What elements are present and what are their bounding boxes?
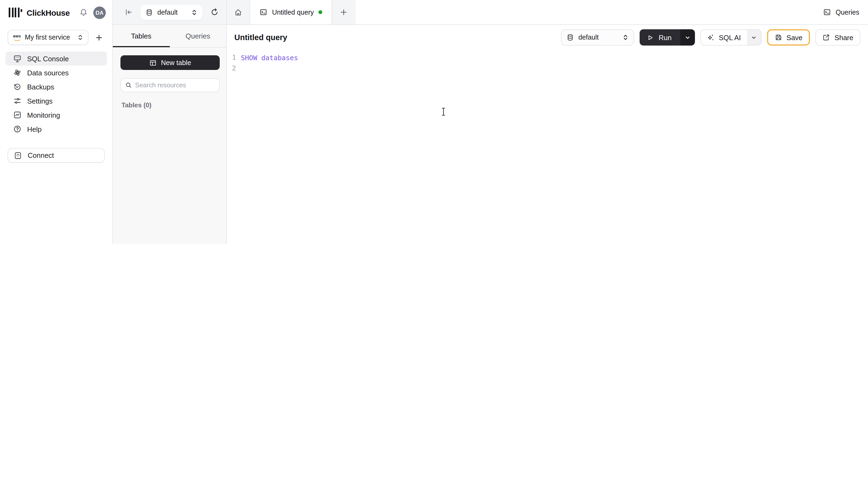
plus-icon [95, 33, 103, 41]
arrow-left-to-bar-icon [124, 8, 133, 16]
terminal-icon [259, 8, 268, 16]
sidebar-item-monitoring[interactable]: Monitoring [5, 108, 107, 122]
query-database-selector[interactable]: default [561, 29, 634, 45]
aws-icon: aws [13, 34, 21, 41]
sql-editor[interactable]: 1 SHOW databases 2 [227, 50, 868, 244]
connect-button[interactable]: Connect [8, 148, 105, 163]
topbar-database-selector[interactable]: default [141, 5, 203, 20]
chevron-down-icon [685, 34, 691, 40]
terminal-icon [823, 8, 831, 16]
sql-ai-button[interactable]: SQL AI [701, 30, 747, 45]
tab-queries[interactable]: Queries [169, 25, 226, 47]
backups-icon [13, 83, 22, 91]
run-button[interactable]: Run [640, 29, 680, 45]
sparkles-icon [707, 34, 714, 41]
sidebar-item-settings[interactable]: Settings [5, 94, 107, 108]
service-selector[interactable]: aws My first service [8, 30, 88, 45]
collapse-sidebar-button[interactable] [121, 8, 136, 16]
home-icon [234, 8, 243, 17]
chevron-updown-icon [622, 34, 629, 41]
sidebar-nav: SQL Console Data sources Backups Setting… [5, 52, 107, 136]
topbar-left-cluster: default [113, 0, 227, 24]
workspace: Untitled query default Run [227, 25, 868, 244]
service-name: My first service [25, 34, 73, 41]
query-title: Untitled query [235, 33, 556, 42]
tab-tables[interactable]: Tables [113, 25, 169, 47]
topbar-database-value: default [157, 8, 187, 16]
refresh-icon [210, 8, 218, 16]
line-number: 1 [227, 54, 241, 61]
new-tab-button[interactable] [335, 0, 351, 24]
sql-code: SHOW databases [241, 54, 298, 62]
save-icon [774, 34, 782, 41]
sidebar-item-backups[interactable]: Backups [5, 80, 107, 94]
chevron-down-icon [751, 34, 757, 40]
notifications-bell-icon[interactable] [77, 6, 90, 19]
new-table-button[interactable]: New table [120, 55, 220, 70]
clickhouse-logo[interactable]: ClickHouse [9, 8, 70, 18]
unsaved-changes-dot [318, 10, 322, 14]
save-button[interactable]: Save [767, 29, 810, 45]
connect-label: Connect [28, 151, 54, 159]
database-icon [566, 34, 574, 41]
queries-button-label: Queries [835, 8, 859, 16]
search-resources-placeholder: Search resources [135, 82, 186, 89]
sidebar-item-label: Backups [27, 83, 54, 91]
sidebar-item-label: SQL Console [27, 55, 69, 63]
sidebar-header: ClickHouse DA [0, 0, 112, 25]
play-icon [647, 34, 654, 41]
text-cursor [441, 107, 446, 116]
sql-ai-button-group: SQL AI [701, 29, 762, 45]
monitoring-icon [13, 110, 22, 119]
sql-console-icon [13, 54, 22, 63]
tab-queries-label: Queries [186, 32, 210, 40]
run-options-button[interactable] [680, 29, 695, 45]
explorer-tabs: Tables Queries [113, 25, 226, 48]
share-label: Share [835, 33, 854, 41]
connect-icon [13, 151, 22, 160]
help-icon [13, 125, 22, 133]
chevron-updown-icon [77, 34, 84, 41]
sidebar-item-label: Monitoring [27, 111, 60, 119]
topbar-right: Queries [356, 0, 868, 24]
avatar[interactable]: DA [93, 6, 106, 19]
tables-count-label: Tables (0) [122, 101, 226, 109]
sidebar-item-label: Help [27, 125, 42, 133]
queries-button[interactable]: Queries [823, 8, 859, 16]
refresh-button[interactable] [207, 8, 222, 16]
sidebar-item-sql-console[interactable]: SQL Console [5, 52, 107, 66]
editor-line: 1 SHOW databases [227, 52, 868, 63]
tab-untitled-query[interactable]: Untitled query [250, 0, 332, 24]
home-button[interactable] [230, 0, 246, 24]
editor-line: 2 [227, 63, 868, 74]
clickhouse-logo-icon [9, 8, 22, 18]
sidebar-item-label: Data sources [27, 69, 69, 77]
run-label: Run [659, 33, 672, 41]
tab-label: Untitled query [272, 8, 314, 16]
sql-ai-options-button[interactable] [747, 30, 761, 45]
explorer-panel: Tables Queries New table Search resource… [113, 25, 227, 244]
brand-name: ClickHouse [27, 8, 70, 17]
sidebar-item-data-sources[interactable]: Data sources [5, 66, 107, 80]
external-link-icon [823, 34, 830, 41]
new-table-label: New table [161, 59, 191, 66]
query-header: Untitled query default Run [227, 25, 868, 50]
search-resources-input[interactable]: Search resources [120, 78, 220, 92]
topbar: default Untitled query [113, 0, 868, 25]
save-label: Save [786, 33, 802, 41]
line-number: 2 [227, 65, 241, 72]
plus-icon [339, 8, 347, 16]
share-button[interactable]: Share [816, 29, 860, 45]
tab-strip: Untitled query [227, 0, 356, 24]
sidebar-item-label: Settings [27, 97, 53, 105]
table-icon [149, 59, 156, 66]
sidebar: ClickHouse DA aws My first service SQL C… [0, 0, 113, 244]
tab-tables-label: Tables [131, 32, 151, 40]
search-icon [125, 82, 132, 88]
app-root: ClickHouse DA aws My first service SQL C… [0, 0, 868, 244]
sidebar-item-help[interactable]: Help [5, 122, 107, 136]
database-icon [145, 8, 153, 16]
add-service-button[interactable] [92, 30, 106, 44]
data-sources-icon [13, 68, 22, 77]
sql-ai-label: SQL AI [719, 33, 741, 41]
